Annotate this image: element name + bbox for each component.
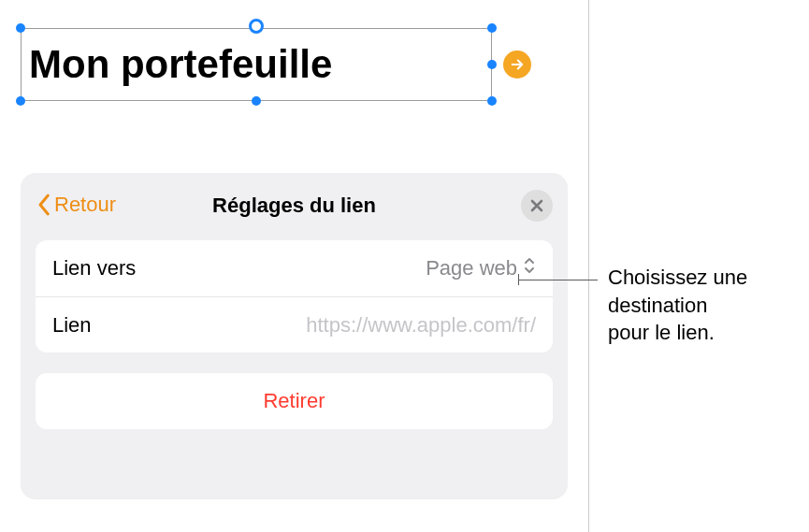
link-url-placeholder: https://www.apple.com/fr/ <box>306 313 536 338</box>
remove-label: Retirer <box>263 389 325 413</box>
link-settings-popover: Retour Réglages du lien Lien vers Page w… <box>21 173 568 498</box>
callout-line <box>519 280 598 280</box>
popover-title: Réglages du lien <box>212 194 376 218</box>
link-badge-icon[interactable] <box>503 50 531 79</box>
resize-handle[interactable] <box>487 23 497 33</box>
popover-header: Retour Réglages du lien <box>36 190 553 227</box>
selected-textbox[interactable]: Mon portefeuille <box>21 28 492 101</box>
chevron-updown-icon <box>523 256 536 280</box>
back-button[interactable]: Retour <box>36 192 116 218</box>
callout-line2: destination <box>608 294 707 317</box>
remove-button[interactable]: Retirer <box>36 373 553 429</box>
link-to-value-text: Page web <box>426 256 517 280</box>
textbox-title: Mon portefeuille <box>29 42 332 87</box>
resize-handle[interactable] <box>487 96 497 106</box>
close-button[interactable] <box>521 190 553 222</box>
link-to-label: Lien vers <box>52 256 136 280</box>
resize-handle[interactable] <box>487 60 497 69</box>
resize-handle[interactable] <box>16 23 25 33</box>
link-url-row[interactable]: Lien https://www.apple.com/fr/ <box>36 296 553 352</box>
callout-line3: pour le lien. <box>608 321 715 344</box>
callout-text: Choisissez une destination pour le lien. <box>608 264 747 347</box>
textbox-inner: Mon portefeuille <box>21 28 492 101</box>
rotate-handle[interactable] <box>249 19 264 34</box>
callout-line1: Choisissez une <box>608 266 747 289</box>
link-to-row[interactable]: Lien vers Page web <box>36 240 553 296</box>
link-form-group: Lien vers Page web Lien https://www.appl… <box>36 240 553 352</box>
link-url-label: Lien <box>52 313 92 338</box>
canvas-area: Mon portefeuille Retour Réglages du lien <box>0 0 589 532</box>
resize-handle[interactable] <box>16 96 25 106</box>
back-label: Retour <box>54 193 116 217</box>
resize-handle[interactable] <box>252 96 261 106</box>
link-to-value: Page web <box>426 256 536 280</box>
